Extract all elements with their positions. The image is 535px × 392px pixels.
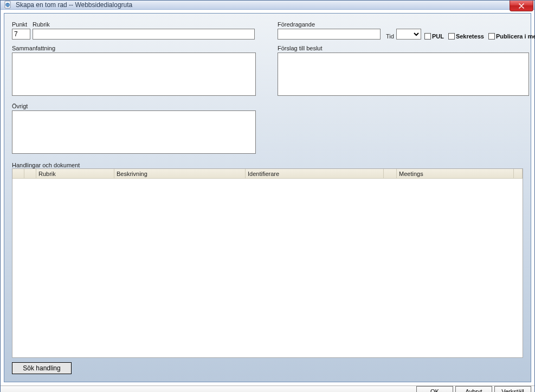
punkt-label: Punkt [12,21,30,28]
col-meetings[interactable]: Meetings [397,169,514,178]
col-spacer-0[interactable] [12,169,24,178]
foredragande-input[interactable] [278,29,381,40]
tid-label: Tid [386,33,394,40]
forslag-label: Förslag till beslut [278,45,535,51]
form-left: Punkt Rubrik Sammanfattning Övrigt [12,21,256,155]
documents-section-label: Handlingar och dokument [12,162,523,168]
search-document-button[interactable]: Sök handling [12,362,72,374]
col-spacer-1[interactable] [24,169,36,178]
rubrik-input[interactable] [33,29,255,40]
col-identifierare[interactable]: Identifierare [246,169,384,178]
rubrik-label: Rubrik [33,21,255,28]
forslag-textarea[interactable] [278,53,529,96]
window-title: Skapa en tom rad -- Webbsidedialogruta [16,1,132,9]
form-top: Punkt Rubrik Sammanfattning Övrigt [12,21,523,155]
col-spacer-3[interactable] [514,169,523,178]
content-pane: Punkt Rubrik Sammanfattning Övrigt [4,13,531,382]
footer-bar: OK Avbryt Verkställ [1,386,534,392]
punkt-input[interactable] [12,29,30,40]
foredragande-label: Föredragande [278,21,381,28]
close-button[interactable] [510,1,533,11]
ovrigt-label: Övrigt [12,103,256,109]
documents-header-row: Rubrik Beskrivning Identifierare Meeting… [12,169,523,179]
sekretess-label: Sekretess [456,33,484,40]
ie-page-icon [4,1,12,9]
sekretess-checkbox[interactable] [448,33,455,40]
documents-table: Rubrik Beskrivning Identifierare Meeting… [12,168,523,358]
col-beskrivning[interactable]: Beskrivning [114,169,246,178]
ovrigt-textarea[interactable] [12,110,256,154]
window-controls [510,1,533,11]
cancel-button[interactable]: Avbryt [455,386,492,392]
sammanfattning-label: Sammanfattning [12,45,256,51]
sammanfattning-textarea[interactable] [12,53,256,96]
dialog-window: Skapa en tom rad -- Webbsidedialogruta P… [0,0,535,392]
publicera-checkbox[interactable] [488,33,495,40]
documents-body[interactable] [12,179,523,358]
checkbox-group: PUL Sekretess Publicera i meetings [424,33,535,40]
col-spacer-2[interactable] [384,169,397,178]
tid-select[interactable] [396,29,421,40]
col-rubrik[interactable]: Rubrik [36,169,114,178]
form-right: Föredragande Tid PUL Sekretess [278,21,535,155]
titlebar: Skapa en tom rad -- Webbsidedialogruta [1,1,534,10]
publicera-label: Publicera i meetings [496,33,535,40]
ok-button[interactable]: OK [416,386,453,392]
pul-checkbox[interactable] [424,33,431,40]
apply-button[interactable]: Verkställ [494,386,531,392]
pul-label: PUL [432,33,444,40]
